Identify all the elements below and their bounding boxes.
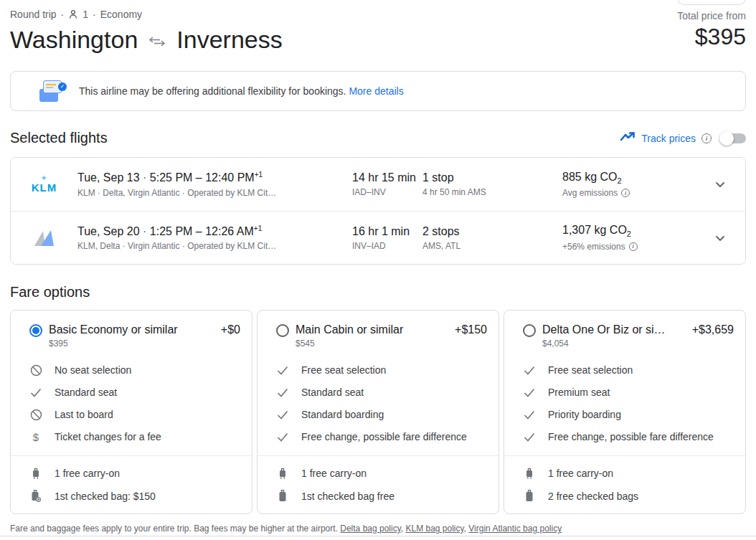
flexible-ticket-icon: ✓ xyxy=(39,80,67,102)
flexibility-banner: ✓ This airline may be offering additiona… xyxy=(10,71,746,111)
flight-stops: 2 stops xyxy=(422,225,562,238)
fare-price-delta: +$3,659 xyxy=(692,323,734,336)
flight-stops-detail: AMS, ATL xyxy=(422,241,562,251)
fare-features-list: Free seat selection Premium seat Priorit… xyxy=(504,349,745,455)
destination-city: Inverness xyxy=(176,26,282,54)
stops-cell: 1 stop 4 hr 50 min AMS xyxy=(422,171,562,197)
expand-flight-button[interactable] xyxy=(712,230,745,246)
cabin-class-label: Economy xyxy=(100,9,142,20)
fare-name: Main Cabin or similar xyxy=(296,323,403,336)
flight-emissions: 885 kg CO2 xyxy=(562,171,712,185)
more-details-link[interactable]: More details xyxy=(349,85,403,97)
trip-summary-breadcrumb: Round trip · 1 · Economy xyxy=(10,9,142,20)
flight-row-outbound[interactable]: ✛KLM Tue, Sep 13 · 5:25 PM – 12:40 PM+1 … xyxy=(11,158,745,211)
multi-airline-icon xyxy=(32,229,57,247)
baggage-row: 1st checked bag free xyxy=(276,488,487,503)
flight-airlines: KLM · Delta, Virgin Atlantic · Operated … xyxy=(77,188,352,198)
fare-options-grid: Basic Economy or similar $395 +$0 No sea… xyxy=(10,310,746,514)
fare-options-title: Fare options xyxy=(10,284,90,300)
checked-bag-icon xyxy=(523,489,536,503)
check-icon xyxy=(276,432,289,442)
fare-card-header[interactable]: Basic Economy or similar $395 +$0 xyxy=(11,311,252,349)
fare-radio-unselected[interactable] xyxy=(276,324,289,337)
flight-row-return[interactable]: Tue, Sep 20 · 1:25 PM – 12:26 AM+1 KLM, … xyxy=(11,211,745,264)
header-main-row: Washington Inverness $395 xyxy=(10,24,746,55)
banner-message: This airline may be offering additional … xyxy=(79,85,404,97)
flight-duration: 14 hr 15 min xyxy=(352,171,422,184)
flight-stops-detail: 4 hr 50 min AMS xyxy=(422,187,562,197)
fare-features-list: No seat selection Standard seat Last to … xyxy=(11,349,252,455)
feature-row: Premium seat xyxy=(523,385,734,399)
selected-flights-title: Selected flights xyxy=(10,130,108,146)
plus-days-superscript: +1 xyxy=(255,171,263,179)
fare-radio-selected[interactable] xyxy=(29,324,42,337)
baggage-row: 1 free carry-on xyxy=(523,465,734,480)
check-icon xyxy=(276,410,289,420)
fare-radio-unselected[interactable] xyxy=(523,324,536,337)
fare-card-header[interactable]: Main Cabin or similar $545 +$150 xyxy=(257,311,499,349)
flight-airlines: KLM, Delta · Virgin Atlantic · Operated … xyxy=(77,241,352,251)
fare-card-main-cabin: Main Cabin or similar $545 +$150 Free se… xyxy=(257,310,499,514)
flight-emissions-note: +56% emissionsi xyxy=(562,242,712,252)
info-icon[interactable]: i xyxy=(629,242,638,251)
banner-text: This airline may be offering additional … xyxy=(79,85,346,97)
total-price-value: $395 xyxy=(695,24,746,49)
feature-row: Free change, possible fare difference xyxy=(276,430,487,444)
track-prices-toggle[interactable] xyxy=(722,133,746,143)
fare-baggage-disclaimer: Fare and baggage fees apply to your enti… xyxy=(10,524,746,534)
carry-on-bag-icon xyxy=(523,467,536,480)
not-available-icon xyxy=(29,409,42,421)
virgin-atlantic-bag-policy-link[interactable]: Virgin Atlantic bag policy xyxy=(468,524,562,534)
flight-emissions-note: Avg emissionsi xyxy=(562,188,712,198)
emissions-cell: 885 kg CO2 Avg emissionsi xyxy=(562,171,712,198)
selected-flights-header: Selected flights Track prices i xyxy=(10,130,746,146)
feature-row: No seat selection xyxy=(29,363,240,377)
baggage-row: 1st checked bag: $150 xyxy=(29,488,240,503)
dollar-icon: $ xyxy=(29,431,42,443)
info-icon[interactable]: i xyxy=(621,189,630,197)
feature-row: Priority boarding xyxy=(523,407,734,422)
selected-flights-list: ✛KLM Tue, Sep 13 · 5:25 PM – 12:40 PM+1 … xyxy=(10,157,746,265)
origin-city: Washington xyxy=(10,26,138,54)
feature-row: $ Ticket changes for a fee xyxy=(29,430,240,444)
baggage-row: 1 free carry-on xyxy=(276,465,487,480)
feature-row: Standard seat xyxy=(276,385,487,399)
check-icon xyxy=(523,388,536,397)
flight-datetime: Tue, Sep 13 · 5:25 PM – 12:40 PM+1 xyxy=(77,171,352,184)
fare-name: Delta One Or Biz or si… xyxy=(542,323,666,336)
flight-route: INV–IAD xyxy=(352,241,422,251)
fare-card-basic-economy: Basic Economy or similar $395 +$0 No sea… xyxy=(10,310,252,514)
fare-price-delta: +$0 xyxy=(221,323,240,336)
baggage-row: 2 free checked bags xyxy=(523,488,734,503)
expand-flight-button[interactable] xyxy=(712,176,745,192)
emissions-cell: 1,307 kg CO2 +56% emissionsi xyxy=(562,224,712,251)
fare-price-delta: +$150 xyxy=(455,323,487,336)
fare-baggage-section: 1 free carry-on 1st checked bag: $150 xyxy=(11,455,252,513)
duration-cell: 14 hr 15 min IAD–INV xyxy=(352,171,422,197)
check-icon xyxy=(29,388,42,397)
delta-bag-policy-link[interactable]: Delta bag policy xyxy=(340,524,401,534)
fare-card-header[interactable]: Delta One Or Biz or si… $4,054 +$3,659 xyxy=(504,311,745,349)
feature-row: Standard boarding xyxy=(276,407,487,422)
disclaimer-text: Fare and baggage fees apply to your enti… xyxy=(10,524,340,534)
track-prices-control: Track prices i xyxy=(620,131,746,146)
klm-bag-policy-link[interactable]: KLM bag policy xyxy=(405,524,463,534)
track-prices-label[interactable]: Track prices xyxy=(641,133,696,144)
flight-duration: 16 hr 1 min xyxy=(352,225,422,238)
fare-baggage-section: 1 free carry-on 1st checked bag free xyxy=(257,455,499,513)
fare-base-price: $4,054 xyxy=(542,338,686,349)
feature-row: Free seat selection xyxy=(523,363,734,377)
flight-info: Tue, Sep 13 · 5:25 PM – 12:40 PM+1 KLM ·… xyxy=(77,171,352,197)
flight-route: IAD–INV xyxy=(352,187,422,197)
trip-type-label: Round trip xyxy=(10,9,57,20)
passenger-count: 1 xyxy=(82,9,88,20)
fare-name: Basic Economy or similar xyxy=(49,323,178,336)
airline-logo-cell xyxy=(11,229,77,247)
fare-base-price: $395 xyxy=(49,338,215,349)
check-icon xyxy=(523,366,536,375)
page-title: Washington Inverness xyxy=(10,24,283,55)
chevron-down-icon xyxy=(712,230,728,246)
info-icon[interactable]: i xyxy=(701,133,712,143)
checked-bag-icon xyxy=(276,489,289,503)
price-trend-icon xyxy=(620,131,635,146)
